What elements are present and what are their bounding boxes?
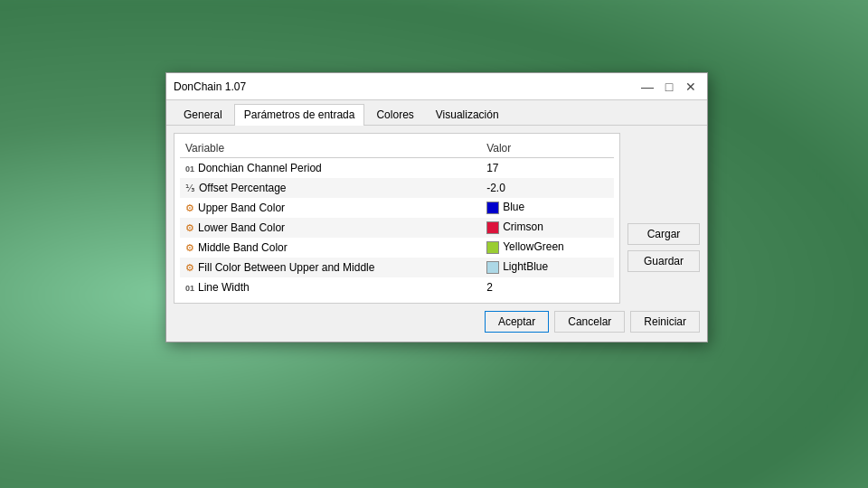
row-icon: ⚙ — [185, 222, 194, 233]
window-controls: — □ ✕ — [638, 78, 700, 96]
table-row[interactable]: ⚙Fill Color Between Upper and MiddleLigh… — [180, 258, 614, 277]
table-row[interactable]: ⚙Upper Band ColorBlue — [180, 198, 614, 218]
table-cell-variable: ⚙Middle Band Color — [180, 238, 481, 258]
titlebar: DonChain 1.07 — □ ✕ — [166, 73, 707, 100]
row-icon: ⚙ — [185, 242, 194, 253]
tab-bar: General Parámetros de entrada Colores Vi… — [166, 100, 707, 126]
row-icon: ⚙ — [185, 202, 194, 213]
row-icon: ⚙ — [185, 262, 194, 273]
table-row[interactable]: ⅓Offset Percentage-2.0 — [180, 178, 614, 198]
table-cell-variable: ⚙Upper Band Color — [180, 198, 481, 218]
table-cell-value: Blue — [481, 198, 614, 218]
row-icon: 01 — [185, 284, 194, 293]
color-swatch — [486, 241, 499, 254]
col-valor-header: Valor — [481, 139, 614, 158]
color-swatch — [486, 202, 499, 214]
table-row[interactable]: ⚙Middle Band ColorYellowGreen — [180, 238, 614, 258]
aceptar-button[interactable]: Aceptar — [485, 311, 549, 333]
color-swatch — [486, 221, 499, 234]
table-cell-variable: ⚙Lower Band Color — [180, 218, 481, 238]
window-title: DonChain 1.07 — [174, 80, 246, 93]
footer: Aceptar Cancelar Reiniciar — [166, 311, 707, 342]
table-cell-value: YellowGreen — [481, 238, 614, 258]
table-cell-variable-text: Middle Band Color — [198, 241, 288, 254]
maximize-button[interactable]: □ — [660, 78, 678, 96]
cancelar-button[interactable]: Cancelar — [554, 311, 625, 333]
parameters-table: Variable Valor 01Donchian Channel Period… — [180, 139, 614, 297]
main-window: DonChain 1.07 — □ ✕ General Parámetros d… — [165, 72, 708, 343]
guardar-button[interactable]: Guardar — [627, 250, 700, 272]
table-cell-variable: ⅓Offset Percentage — [180, 178, 481, 198]
table-cell-value: -2.0 — [481, 178, 614, 198]
table-row[interactable]: ⚙Lower Band ColorCrimson — [180, 218, 614, 238]
col-variable-header: Variable — [180, 139, 481, 158]
table-cell-value: LightBlue — [481, 258, 614, 277]
table-cell-value: 2 — [481, 277, 614, 297]
row-icon: 01 — [185, 164, 194, 174]
table-cell-variable: 01Donchian Channel Period — [180, 158, 481, 178]
table-cell-variable-text: Lower Band Color — [198, 221, 285, 234]
close-button[interactable]: ✕ — [682, 78, 700, 96]
table-cell-value: 17 — [481, 158, 614, 178]
color-swatch — [486, 261, 499, 274]
table-cell-variable-text: Upper Band Color — [198, 202, 285, 214]
cargar-button[interactable]: Cargar — [627, 223, 700, 245]
row-icon: ⅓ — [185, 183, 195, 193]
tab-colores[interactable]: Colores — [366, 104, 423, 125]
table-cell-variable-text: Fill Color Between Upper and Middle — [198, 261, 374, 274]
table-cell-variable: 01Line Width — [180, 277, 481, 297]
reiniciar-button[interactable]: Reiniciar — [630, 311, 700, 333]
table-cell-variable-text: Offset Percentage — [199, 182, 287, 194]
table-cell-variable: ⚙Fill Color Between Upper and Middle — [180, 258, 481, 277]
table-cell-variable-text: Line Width — [198, 281, 250, 294]
tab-parametros[interactable]: Parámetros de entrada — [234, 104, 365, 126]
table-row[interactable]: 01Donchian Channel Period17 — [180, 158, 614, 178]
table-row[interactable]: 01Line Width2 — [180, 277, 614, 297]
table-cell-value: Crimson — [481, 218, 614, 238]
minimize-button[interactable]: — — [638, 78, 656, 96]
tab-visualizacion[interactable]: Visualización — [426, 104, 509, 125]
table-cell-variable-text: Donchian Channel Period — [198, 162, 322, 174]
tab-general[interactable]: General — [174, 104, 232, 125]
